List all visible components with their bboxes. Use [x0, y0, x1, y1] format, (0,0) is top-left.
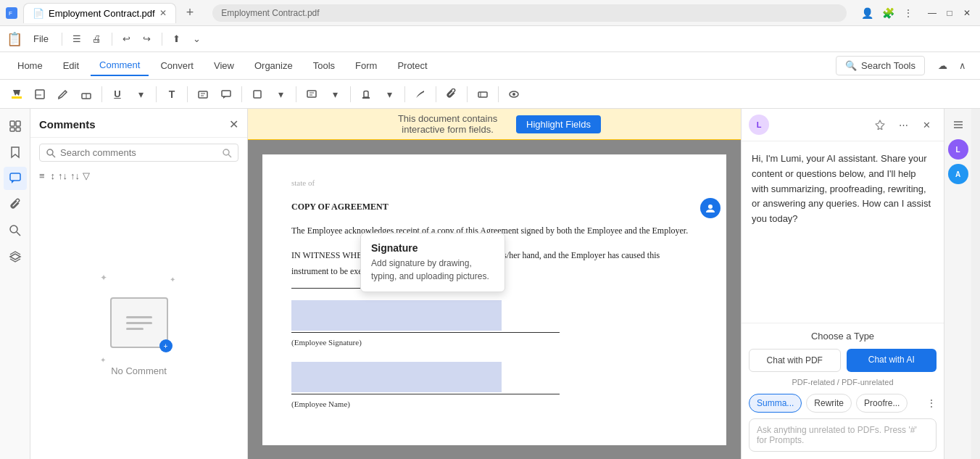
- decorative-star-bl: ✦: [100, 356, 106, 364]
- menu-form[interactable]: Form: [346, 56, 386, 75]
- print-icon[interactable]: 🖨: [88, 30, 106, 48]
- toolbar-separator-2: [156, 86, 157, 102]
- right-sidebar-settings-icon[interactable]: [948, 115, 968, 135]
- menu-view[interactable]: View: [205, 56, 243, 75]
- lumi-mini-avatar[interactable]: L: [948, 139, 968, 160]
- more-chips-button[interactable]: ⋮: [926, 397, 937, 409]
- user-floating-icon[interactable]: [700, 198, 721, 218]
- new-tab-button[interactable]: +: [182, 5, 199, 20]
- menu-edit[interactable]: Edit: [54, 56, 88, 75]
- extensions-icon[interactable]: 🧩: [882, 7, 894, 19]
- maximize-button[interactable]: □: [942, 6, 957, 20]
- upload-icon[interactable]: ⬆: [168, 30, 186, 48]
- ai-more-icon[interactable]: ⋯: [893, 115, 913, 135]
- attach-tool-icon[interactable]: [441, 83, 462, 105]
- tab-close-button[interactable]: ✕: [159, 8, 167, 18]
- ai-close-icon[interactable]: ✕: [916, 115, 937, 135]
- proofread-chip[interactable]: Proofre...: [856, 394, 908, 413]
- shape-dropdown-icon[interactable]: ▾: [270, 83, 291, 105]
- toolbar-separator-3: [187, 86, 188, 102]
- sort-desc-icon[interactable]: ↑↓: [70, 170, 80, 181]
- pdf-notice-bar: This document contains interactive form …: [248, 109, 741, 140]
- menu-protect[interactable]: Protect: [389, 56, 436, 75]
- summarize-chip[interactable]: Summa...: [749, 394, 802, 413]
- stamp-tool-icon[interactable]: [355, 83, 377, 105]
- rewrite-chip[interactable]: Rewrite: [806, 394, 852, 413]
- sort-asc-icon[interactable]: ↑↓: [58, 170, 67, 181]
- profile-icon[interactable]: 👤: [861, 7, 873, 19]
- textfield-icon[interactable]: [472, 83, 494, 105]
- undo-icon[interactable]: ↩: [118, 30, 136, 48]
- cloud-save-icon[interactable]: ☁: [934, 57, 951, 75]
- svg-text:F: F: [9, 10, 12, 17]
- ai-pin-icon[interactable]: [870, 115, 890, 135]
- highlight-tool-icon[interactable]: [6, 83, 28, 105]
- address-bar-url[interactable]: Employment Contract.pdf: [221, 8, 838, 18]
- measure-dropdown-icon[interactable]: ▾: [324, 83, 346, 105]
- app-logo: 📋: [6, 30, 23, 48]
- menu-comment[interactable]: Comment: [91, 55, 149, 76]
- no-comment-label: No Comment: [111, 365, 167, 376]
- pencil-tool-icon[interactable]: [52, 83, 74, 105]
- highlight-fields-button[interactable]: Highlight Fields: [516, 115, 601, 133]
- minimize-button[interactable]: —: [925, 6, 939, 20]
- main-layout: Comments ✕ ≡ ↕ ↑↓ ↑↓ ▽ ✦ ✦ ✦: [0, 109, 980, 459]
- properties-icon[interactable]: ☰: [68, 30, 86, 48]
- employee-signature-field[interactable]: [291, 300, 502, 331]
- sidebar-attachment-icon[interactable]: [4, 193, 27, 216]
- sig-line-2: [291, 394, 560, 394]
- filter-list-icon[interactable]: ≡: [39, 170, 45, 181]
- menu-tools[interactable]: Tools: [304, 56, 344, 75]
- employee-name-field[interactable]: [291, 362, 502, 392]
- redo-icon[interactable]: ↪: [138, 30, 156, 48]
- app-toolbar: 📋 File ☰ 🖨 ↩ ↪ ⬆ ⌄: [0, 26, 980, 52]
- menu-convert[interactable]: Convert: [151, 56, 202, 75]
- textbox-tool-icon[interactable]: [192, 83, 214, 105]
- user-mini-avatar[interactable]: A: [948, 164, 968, 184]
- comments-close-button[interactable]: ✕: [229, 117, 238, 131]
- eraser-tool-icon[interactable]: [75, 83, 97, 105]
- employee-signature-label: (Employee Signature): [291, 336, 697, 350]
- ai-input-field[interactable]: Ask anything unrelated to PDFs. Press '#…: [749, 418, 937, 452]
- menu-home[interactable]: Home: [9, 56, 51, 75]
- sidebar-layers-icon[interactable]: [4, 245, 27, 268]
- search-tools-button[interactable]: 🔍 Search Tools: [836, 56, 925, 75]
- dropdown-icon[interactable]: ⌄: [188, 30, 206, 48]
- sidebar-comment-icon[interactable]: [4, 167, 27, 190]
- pen-sign-icon[interactable]: [410, 83, 431, 105]
- chat-with-ai-button[interactable]: Chat with AI: [847, 349, 937, 372]
- menu-organize[interactable]: Organize: [246, 56, 302, 75]
- svg-rect-23: [10, 173, 20, 181]
- sort-icon[interactable]: ↕: [51, 170, 56, 181]
- active-tab[interactable]: 📄 Employment Contract.pdf ✕: [23, 3, 176, 23]
- text-tool-icon[interactable]: T: [161, 83, 183, 105]
- search-submit-icon[interactable]: [222, 148, 232, 158]
- collapse-panel-icon[interactable]: ∧: [954, 57, 971, 75]
- shape-tool-icon[interactable]: [246, 83, 268, 105]
- underline-tool-icon[interactable]: U: [107, 83, 128, 105]
- filter-dropdown-icon[interactable]: ▽: [83, 170, 90, 181]
- pdf-scroll-area[interactable]: This document contains interactive form …: [248, 109, 741, 459]
- menu-icon[interactable]: ⋮: [903, 7, 913, 19]
- ai-panel-controls: ⋯ ✕: [870, 115, 937, 135]
- toolbar-separator-6: [350, 86, 351, 102]
- close-button[interactable]: ✕: [960, 6, 974, 20]
- browser-controls: 👤 🧩 ⋮: [861, 7, 913, 19]
- comment-tool-icon[interactable]: [301, 83, 323, 105]
- comments-search-bar[interactable]: [39, 144, 238, 162]
- underline-dropdown-icon[interactable]: ▾: [130, 83, 151, 105]
- sidebar-thumbnail-icon[interactable]: [4, 115, 27, 138]
- chat-with-pdf-button[interactable]: Chat with PDF: [749, 349, 841, 372]
- search-comments-input[interactable]: [60, 147, 217, 158]
- sidebar-search-icon[interactable]: [4, 219, 27, 242]
- stamp-dropdown-icon[interactable]: ▾: [378, 83, 400, 105]
- left-sidebar: [0, 109, 30, 459]
- visibility-icon[interactable]: [503, 83, 525, 105]
- svg-line-25: [17, 232, 20, 236]
- sidebar-bookmark-icon[interactable]: [4, 141, 27, 164]
- sticky-note-tool-icon[interactable]: [29, 83, 51, 105]
- illus-line-2: [126, 322, 152, 324]
- callout-tool-icon[interactable]: [215, 83, 237, 105]
- file-menu-button[interactable]: File: [26, 30, 56, 47]
- search-icon: [46, 148, 56, 158]
